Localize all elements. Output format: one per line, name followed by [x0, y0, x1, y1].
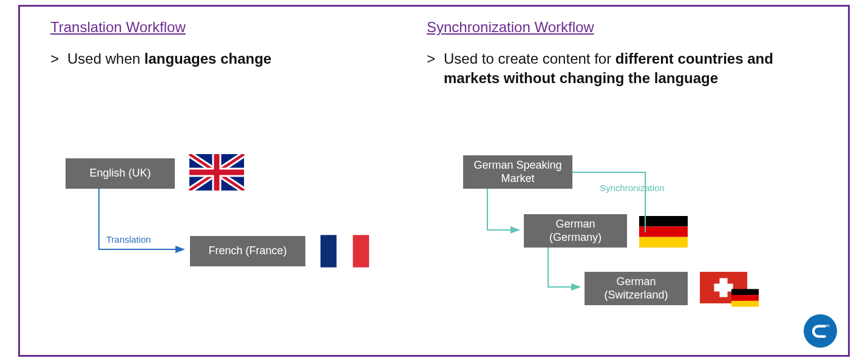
synchronization-heading: Synchronization Workflow — [427, 19, 815, 36]
svg-rect-15 — [731, 295, 759, 301]
synchronization-bullet-pre: Used to create content for — [444, 50, 615, 67]
node-german-switzerland: German (Switzerland) — [585, 272, 688, 305]
svg-rect-8 — [639, 216, 688, 226]
svg-rect-7 — [353, 235, 369, 267]
node-german-germany: German (Germany) — [524, 214, 627, 248]
svg-rect-6 — [337, 235, 353, 267]
svg-rect-4 — [189, 170, 244, 175]
translation-column: Translation Workflow > Used when languag… — [50, 19, 402, 69]
translation-bullet-pre: Used when — [67, 50, 144, 67]
bullet-marker: > — [50, 49, 59, 69]
translation-bullet-bold: languages change — [144, 50, 271, 67]
translation-bullet-text: Used when languages change — [67, 49, 271, 69]
slide-frame: Translation Workflow > Used when languag… — [18, 5, 850, 357]
sync-arrow-label: Synchronization — [600, 183, 665, 193]
translation-bullet: > Used when languages change — [50, 49, 402, 69]
synchronization-column: Synchronization Workflow > Used to creat… — [427, 19, 815, 89]
node-english-uk: English (UK) — [66, 158, 175, 189]
germany-flag-icon — [639, 216, 688, 248]
uk-flag-icon — [189, 154, 245, 191]
svg-rect-16 — [731, 301, 759, 307]
svg-rect-5 — [320, 235, 337, 267]
brand-logo-icon: m — [804, 314, 837, 348]
translation-arrow-label: Translation — [106, 234, 151, 245]
synchronization-bullet-text: Used to create content for different cou… — [444, 49, 815, 89]
svg-rect-10 — [639, 237, 688, 248]
bullet-marker: > — [427, 49, 435, 89]
france-flag-icon — [320, 234, 369, 268]
node-french-france: French (France) — [190, 236, 305, 266]
svg-rect-14 — [731, 289, 759, 295]
synchronization-bullet: > Used to create content for different c… — [427, 49, 815, 89]
svg-rect-9 — [639, 226, 688, 237]
translation-heading: Translation Workflow — [50, 19, 402, 36]
translation-arrow — [99, 189, 190, 265]
svg-rect-13 — [714, 284, 733, 292]
germany-flag-small-icon — [731, 289, 759, 307]
svg-text:m: m — [826, 323, 829, 328]
